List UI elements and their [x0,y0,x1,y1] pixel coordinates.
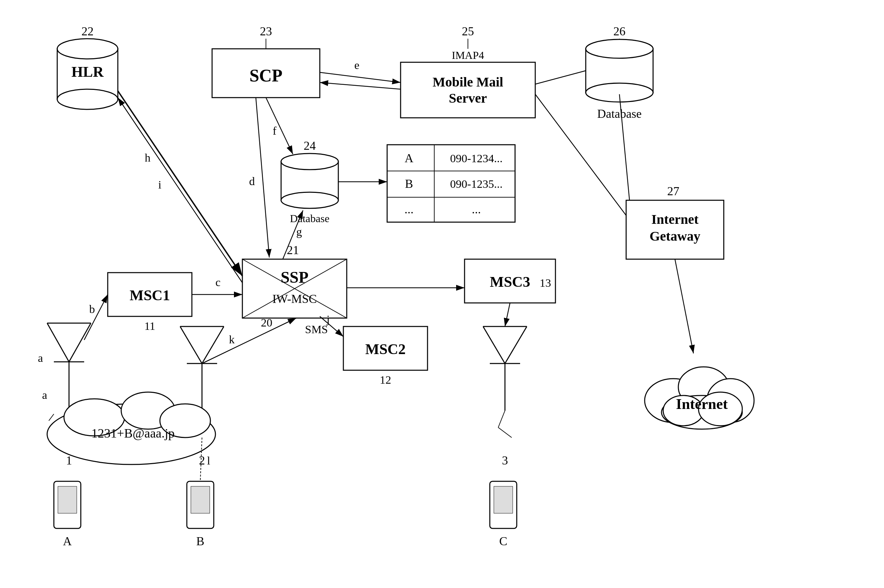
svg-text:26: 26 [613,25,626,38]
svg-text:g: g [296,225,302,238]
svg-text:e: e [354,59,359,71]
svg-text:11: 11 [144,320,156,332]
svg-text:Internet: Internet [651,212,699,227]
svg-text:20: 20 [261,316,272,329]
svg-text:SMS: SMS [305,323,328,336]
svg-text:B: B [196,534,204,548]
svg-text:b: b [89,303,95,315]
svg-text:i: i [158,178,161,191]
svg-text:12: 12 [380,374,391,386]
svg-line-70 [47,323,69,362]
svg-text:A: A [63,534,72,548]
svg-line-125 [84,294,108,340]
svg-text:Database: Database [290,212,329,225]
svg-text:Internet: Internet [676,396,728,412]
network-diagram: 22 HLR 23 SCP 25 IMAP4 Mobile Mail Serve… [0,0,884,588]
svg-text:3: 3 [502,454,508,467]
svg-line-94 [505,327,527,363]
svg-text:...: ... [472,202,481,216]
svg-text:MSC3: MSC3 [490,274,530,290]
svg-line-93 [483,327,505,363]
svg-text:k: k [229,333,235,346]
svg-point-29 [281,192,338,208]
svg-text:MSC2: MSC2 [365,341,406,357]
diagram-container: 22 HLR 23 SCP 25 IMAP4 Mobile Mail Serve… [0,0,884,588]
svg-text:a: a [42,389,47,401]
svg-text:c: c [215,276,221,288]
svg-text:...: ... [405,202,414,216]
svg-rect-100 [494,486,513,513]
svg-text:27: 27 [667,184,679,198]
svg-rect-16 [401,62,535,118]
svg-text:C: C [499,534,507,548]
svg-text:1231+B@aaa.jp: 1231+B@aaa.jp [91,426,174,440]
svg-line-138 [49,414,54,421]
svg-line-120 [675,259,693,353]
svg-text:Database: Database [597,107,642,120]
svg-text:Getaway: Getaway [649,228,700,244]
svg-point-23 [586,83,653,102]
svg-text:f: f [273,124,277,137]
svg-text:IW-MSC: IW-MSC [272,292,317,306]
svg-line-71 [69,323,91,362]
svg-text:Mobile Mail: Mobile Mail [432,74,503,90]
svg-text:24: 24 [304,139,316,153]
svg-text:IMAP4: IMAP4 [452,49,484,61]
svg-line-132 [202,318,296,363]
svg-rect-89 [191,486,210,513]
svg-text:A: A [405,152,413,165]
svg-text:j: j [326,313,330,326]
svg-line-111 [266,98,293,154]
svg-text:a: a [38,352,43,364]
svg-text:l: l [207,454,210,467]
svg-line-108 [320,82,401,89]
svg-point-22 [586,39,653,58]
svg-text:HLR: HLR [71,64,104,80]
svg-text:090-1234...: 090-1234... [450,152,503,165]
svg-line-136 [505,303,510,327]
svg-line-110 [535,70,586,84]
svg-line-107 [320,72,401,82]
svg-text:13: 13 [540,277,551,289]
svg-rect-78 [58,486,77,513]
svg-line-82 [180,327,202,363]
svg-line-123 [118,98,242,283]
svg-text:h: h [145,152,150,164]
svg-text:090-1235...: 090-1235... [450,178,503,190]
svg-text:SCP: SCP [249,66,282,85]
svg-text:22: 22 [81,25,94,38]
svg-point-28 [281,153,338,170]
svg-line-113 [256,98,269,258]
svg-text:25: 25 [462,25,474,38]
svg-point-6 [57,39,118,59]
svg-text:B: B [405,177,413,190]
svg-text:MSC1: MSC1 [130,287,170,304]
svg-line-96 [498,411,505,428]
svg-point-7 [57,89,118,110]
svg-text:d: d [249,175,255,188]
svg-line-97 [498,428,512,438]
svg-line-121 [118,91,242,276]
svg-text:2: 2 [199,454,205,467]
svg-text:23: 23 [260,25,272,38]
svg-text:Server: Server [449,90,487,106]
